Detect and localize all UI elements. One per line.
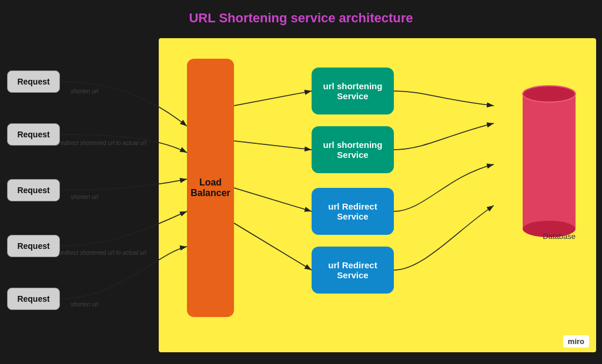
request-box-2: Request <box>7 123 60 146</box>
url-redirect-service-1: url RedirectService <box>312 188 394 235</box>
database-label: Database <box>543 232 576 241</box>
miro-watermark: miro <box>563 335 589 348</box>
database <box>520 76 578 247</box>
arrow-label-5: shorten url <box>71 301 98 308</box>
request-box-5: Request <box>7 288 60 310</box>
request-box-1: Request <box>7 70 60 93</box>
request-box-3: Request <box>7 179 60 201</box>
url-shortening-service-1: url shorteningService <box>312 68 394 114</box>
url-redirect-service-2: url RedirectService <box>312 247 394 294</box>
arrow-label-2: redirect shortened url to actual url <box>59 140 146 146</box>
arrow-label-3: shorten url <box>71 194 98 200</box>
page-title: URL Shortening service architecture <box>0 11 602 26</box>
arrow-label-1: shorten url <box>71 88 98 95</box>
load-balancer: LoadBalancer <box>187 59 234 317</box>
request-box-4: Request <box>7 235 60 257</box>
svg-rect-0 <box>523 94 576 229</box>
arrow-label-4: redirect shortened url to actual url <box>59 250 146 256</box>
url-shortening-service-2: url shorteningService <box>312 126 394 173</box>
